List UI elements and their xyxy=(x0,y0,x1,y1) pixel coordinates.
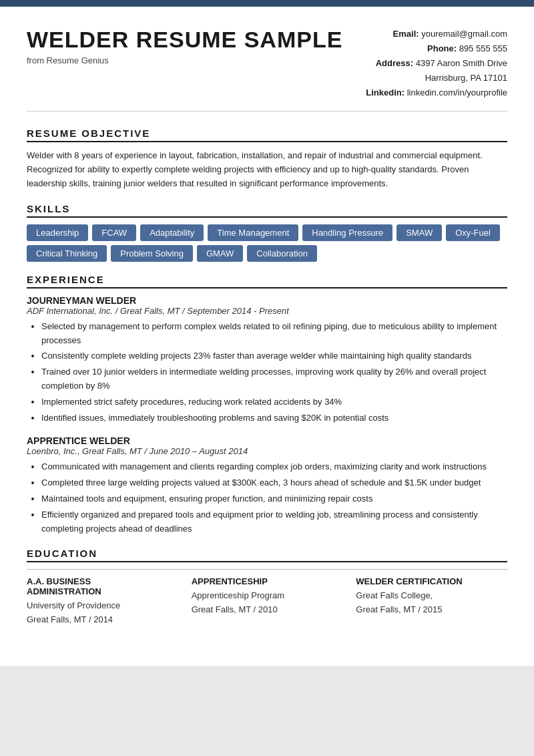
skill-badge: Leadership xyxy=(27,224,88,241)
skill-badge: Oxy-Fuel xyxy=(446,224,500,241)
edu-col: APPRENTICESHIPApprenticeship ProgramGrea… xyxy=(192,576,343,627)
header: WELDER RESUME SAMPLE from Resume Genius … xyxy=(27,27,507,112)
job-bullet: Efficiently organized and prepared tools… xyxy=(41,508,507,536)
edu-col-detail: Great Falls, MT / 2014 xyxy=(27,613,178,627)
phone-line: Phone: 895 555 555 xyxy=(366,41,507,56)
skill-badge: Time Management xyxy=(208,224,298,241)
job-meta: Loenbro, Inc., Great Falls, MT / June 20… xyxy=(27,446,507,456)
job-bullet: Implemented strict safety procedures, re… xyxy=(41,395,507,409)
linkedin-label: Linkedin: xyxy=(366,87,405,98)
address-label: Address: xyxy=(376,58,413,68)
education-grid: A.A. BUSINESSADMINISTRATIONUniversity of… xyxy=(27,576,507,627)
objective-text: Welder with 8 years of experience in lay… xyxy=(27,149,507,190)
education-title: EDUCATION xyxy=(27,548,507,562)
job-bullet: Trained over 10 junior welders in interm… xyxy=(41,365,507,393)
linkedin-value: linkedin.com/in/yourprofile xyxy=(407,87,507,98)
linkedin-line: Linkedin: linkedin.com/in/yourprofile xyxy=(366,85,507,100)
email-value: youremail@gmail.com xyxy=(421,29,507,39)
skill-badge: FCAW xyxy=(92,224,136,241)
objective-title: RESUME OBJECTIVE xyxy=(27,128,507,142)
edu-col-title: APPRENTICESHIP xyxy=(192,576,343,586)
skill-badge: Collaboration xyxy=(247,245,317,262)
edu-col-detail: Great Falls College, xyxy=(356,589,507,603)
experience-job: APPRENTICE WELDERLoenbro, Inc., Great Fa… xyxy=(27,435,507,536)
skill-badge: GMAW xyxy=(197,245,243,262)
job-bullet: Consistently complete welding projects 2… xyxy=(41,349,507,363)
header-left: WELDER RESUME SAMPLE from Resume Genius xyxy=(27,27,342,65)
job-bullets: Selected by management to perform comple… xyxy=(27,320,507,425)
job-bullet: Communicated with management and clients… xyxy=(41,460,507,474)
address-city: Harrisburg, PA 17101 xyxy=(425,73,507,83)
phone-label: Phone: xyxy=(427,43,457,53)
skills-title: SKILLS xyxy=(27,203,507,218)
objective-section: RESUME OBJECTIVE Welder with 8 years of … xyxy=(27,128,507,190)
edu-col: WELDER CERTIFICATIONGreat Falls College,… xyxy=(356,576,507,627)
job-meta: ADF International, Inc. / Great Falls, M… xyxy=(27,306,507,316)
job-bullets: Communicated with management and clients… xyxy=(27,460,507,536)
resume-title: WELDER RESUME SAMPLE xyxy=(27,27,342,53)
experience-job: JOURNEYMAN WELDERADF International, Inc.… xyxy=(27,295,507,425)
experience-title: EXPERIENCE xyxy=(27,274,507,289)
skill-badge: SMAW xyxy=(396,224,442,241)
header-subtitle: from Resume Genius xyxy=(27,55,342,65)
job-title: APPRENTICE WELDER xyxy=(27,435,507,446)
address-value: 4397 Aaron Smith Drive xyxy=(416,58,507,68)
education-section: EDUCATION A.A. BUSINESSADMINISTRATIONUni… xyxy=(27,548,507,627)
email-label: Email: xyxy=(393,29,419,39)
edu-col-detail: Great Falls, MT / 2015 xyxy=(356,603,507,617)
contact-info: Email: youremail@gmail.com Phone: 895 55… xyxy=(366,27,507,100)
skills-grid: LeadershipFCAWAdaptabilityTime Managemen… xyxy=(27,224,507,262)
job-bullet: Completed three large welding projects v… xyxy=(41,476,507,490)
edu-col-title: WELDER CERTIFICATION xyxy=(356,576,507,586)
edu-col-detail: University of Providence xyxy=(27,599,178,613)
email-line: Email: youremail@gmail.com xyxy=(366,27,507,41)
job-bullet: Identified issues, immediately troublesh… xyxy=(41,411,507,425)
skill-badge: Adaptability xyxy=(140,224,204,241)
top-bar xyxy=(0,0,534,7)
skill-badge: Problem Solving xyxy=(111,245,193,262)
edu-col-detail: Great Falls, MT / 2010 xyxy=(192,603,343,617)
skill-badge: Handling Pressure xyxy=(302,224,392,241)
skills-section: SKILLS LeadershipFCAWAdaptabilityTime Ma… xyxy=(27,203,507,262)
edu-col-detail: Apprenticeship Program xyxy=(192,589,343,603)
edu-col-title: A.A. BUSINESSADMINISTRATION xyxy=(27,576,178,596)
resume-page: WELDER RESUME SAMPLE from Resume Genius … xyxy=(0,0,534,666)
skill-badge: Critical Thinking xyxy=(27,245,107,262)
experience-section: EXPERIENCE JOURNEYMAN WELDERADF Internat… xyxy=(27,274,507,536)
job-bullet: Selected by management to perform comple… xyxy=(41,320,507,348)
phone-value: 895 555 555 xyxy=(459,43,507,53)
address-line: Address: 4397 Aaron Smith Drive Harrisbu… xyxy=(366,56,507,85)
job-title: JOURNEYMAN WELDER xyxy=(27,295,507,306)
edu-col: A.A. BUSINESSADMINISTRATIONUniversity of… xyxy=(27,576,178,627)
job-bullet: Maintained tools and equipment, ensuring… xyxy=(41,492,507,506)
